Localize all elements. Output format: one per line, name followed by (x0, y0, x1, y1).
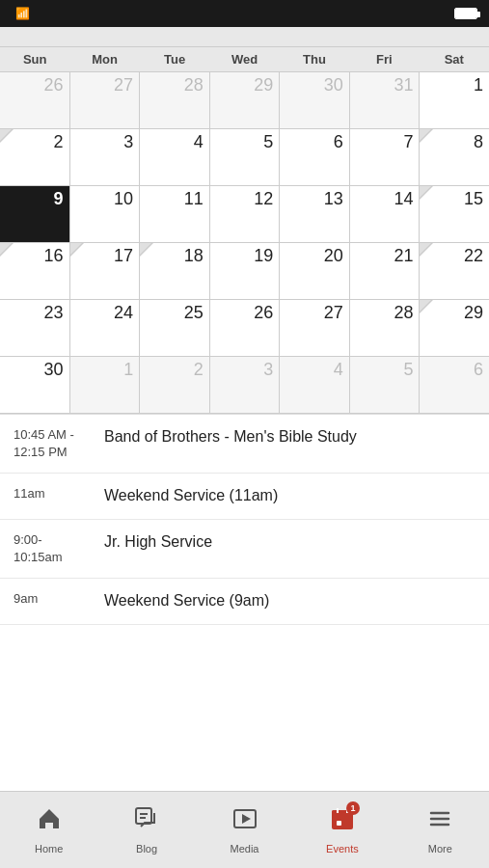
cal-cell-16[interactable]: 11 (140, 186, 209, 242)
cal-cell-23[interactable]: 18 (140, 243, 209, 299)
events-list[interactable]: 10:45 AM - 12:15 PMBand of Brothers - Me… (0, 414, 489, 791)
cal-cell-9[interactable]: 4 (140, 129, 209, 185)
day-number: 23 (44, 304, 64, 321)
cal-cell-28[interactable]: 23 (0, 300, 69, 356)
day-number: 4 (194, 133, 204, 150)
day-number: 29 (464, 304, 483, 321)
cal-cell-8[interactable]: 3 (70, 129, 140, 185)
cal-cell-38[interactable]: 3 (210, 357, 280, 413)
cal-cell-29[interactable]: 24 (70, 300, 140, 356)
day-number: 24 (114, 304, 133, 321)
day-number: 4 (334, 361, 343, 378)
day-number: 26 (44, 76, 64, 94)
cal-cell-25[interactable]: 20 (280, 243, 349, 299)
day-number: 5 (263, 133, 273, 150)
day-number: 31 (394, 76, 413, 94)
cal-cell-6[interactable]: 1 (420, 72, 489, 128)
day-number: 30 (324, 76, 343, 94)
cal-cell-37[interactable]: 2 (140, 357, 209, 413)
day-number: 26 (254, 304, 273, 321)
blog-icon (133, 805, 160, 839)
day-number: 27 (114, 76, 133, 94)
day-number: 19 (254, 247, 273, 264)
cal-cell-33[interactable]: 28 (350, 300, 420, 356)
event-time-2: 9:00- 10:15am (14, 531, 91, 566)
cal-cell-41[interactable]: 6 (420, 357, 489, 413)
cal-cell-5[interactable]: 31 (350, 72, 420, 128)
cal-cell-18[interactable]: 13 (280, 186, 349, 242)
cal-cell-39[interactable]: 4 (280, 357, 349, 413)
home-icon (36, 805, 63, 839)
cal-cell-32[interactable]: 27 (280, 300, 349, 356)
cal-cell-22[interactable]: 17 (70, 243, 140, 299)
day-number: 1 (474, 76, 483, 94)
event-item-2[interactable]: 9:00- 10:15amJr. High Service (0, 520, 489, 579)
day-number: 13 (324, 190, 343, 207)
tab-blog[interactable]: Blog (97, 792, 195, 868)
tab-home[interactable]: Home (0, 792, 97, 868)
cal-cell-12[interactable]: 7 (350, 129, 420, 185)
cal-cell-31[interactable]: 26 (210, 300, 280, 356)
cal-cell-11[interactable]: 6 (280, 129, 349, 185)
dow-sun: Sun (0, 47, 69, 71)
event-time-0: 10:45 AM - 12:15 PM (14, 426, 91, 461)
day-number: 16 (44, 247, 64, 264)
cal-cell-4[interactable]: 30 (280, 72, 349, 128)
day-number: 29 (254, 76, 273, 94)
cal-cell-17[interactable]: 12 (210, 186, 280, 242)
day-of-week-header: SunMonTueWedThuFriSat (0, 47, 489, 72)
tab-events[interactable]: 1Events (293, 792, 391, 868)
day-number: 17 (114, 247, 133, 264)
cal-cell-40[interactable]: 5 (350, 357, 420, 413)
event-item-1[interactable]: 11amWeekend Service (11am) (0, 474, 489, 519)
event-item-3[interactable]: 9amWeekend Service (9am) (0, 579, 489, 624)
day-number: 14 (394, 190, 413, 207)
battery-icon (454, 8, 477, 19)
cal-cell-3[interactable]: 29 (210, 72, 280, 128)
day-number: 3 (123, 133, 133, 150)
cal-cell-7[interactable]: 2 (0, 129, 69, 185)
dow-fri: Fri (349, 47, 419, 71)
tab-more[interactable]: More (392, 792, 489, 868)
day-number: 25 (184, 304, 204, 321)
cal-cell-34[interactable]: 29 (420, 300, 489, 356)
event-title-2: Jr. High Service (104, 531, 212, 553)
cal-cell-35[interactable]: 30 (0, 357, 69, 413)
day-number: 30 (44, 361, 64, 378)
cal-cell-20[interactable]: 15 (420, 186, 489, 242)
day-number: 3 (263, 361, 273, 378)
cal-cell-27[interactable]: 22 (420, 243, 489, 299)
cal-cell-26[interactable]: 21 (350, 243, 420, 299)
day-number: 2 (54, 133, 64, 150)
cal-cell-2[interactable]: 28 (140, 72, 209, 128)
day-number: 9 (54, 190, 64, 207)
event-title-0: Band of Brothers - Men's Bible Study (104, 426, 357, 448)
cal-cell-0[interactable]: 26 (0, 72, 69, 128)
day-number: 7 (403, 133, 413, 150)
dow-tue: Tue (140, 47, 209, 71)
cal-cell-19[interactable]: 14 (350, 186, 420, 242)
cal-cell-21[interactable]: 16 (0, 243, 69, 299)
cal-cell-15[interactable]: 10 (70, 186, 140, 242)
svg-rect-0 (136, 808, 151, 824)
dow-wed: Wed (209, 47, 279, 71)
events-tab-label: Events (326, 843, 359, 854)
calendar-nav (0, 27, 489, 47)
media-tab-label: Media (231, 843, 259, 854)
cal-cell-36[interactable]: 1 (70, 357, 140, 413)
day-number: 18 (184, 247, 204, 264)
cal-cell-10[interactable]: 5 (210, 129, 280, 185)
tab-media[interactable]: Media (196, 792, 293, 868)
cal-cell-14[interactable]: 9 (0, 186, 69, 242)
day-number: 5 (403, 361, 413, 378)
svg-rect-9 (337, 821, 341, 826)
cal-cell-13[interactable]: 8 (420, 129, 489, 185)
event-item-0[interactable]: 10:45 AM - 12:15 PMBand of Brothers - Me… (0, 415, 489, 474)
cal-cell-30[interactable]: 25 (140, 300, 209, 356)
cal-cell-1[interactable]: 27 (70, 72, 140, 128)
cal-cell-24[interactable]: 19 (210, 243, 280, 299)
dow-thu: Thu (280, 47, 349, 71)
events-icon-wrapper: 1 (329, 805, 356, 839)
svg-marker-4 (242, 814, 251, 824)
day-number: 15 (464, 190, 483, 207)
